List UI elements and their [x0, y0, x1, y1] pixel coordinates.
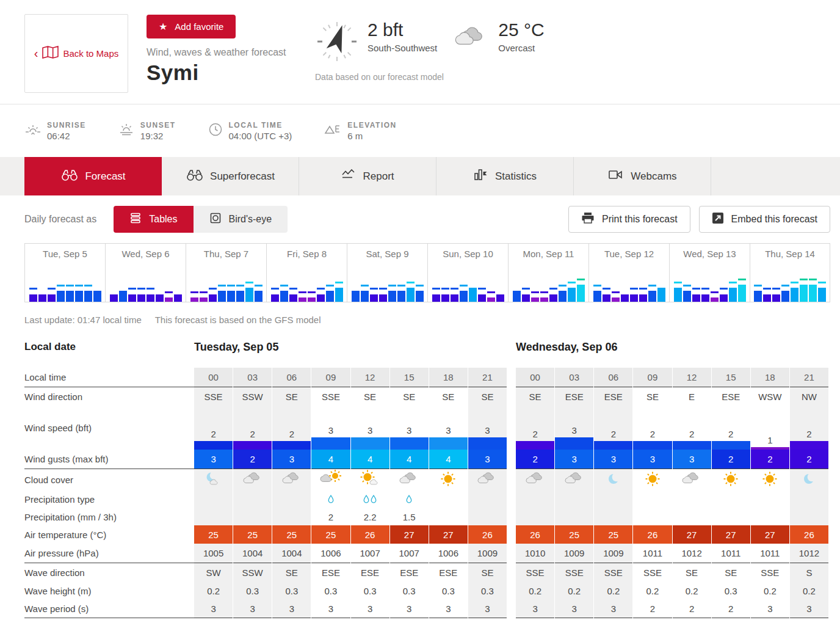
wind-bar	[513, 265, 521, 302]
cell-air-temperature: 25	[272, 525, 311, 544]
report-icon	[341, 168, 357, 184]
tab-superforecast[interactable]: Superforecast	[162, 157, 299, 195]
cell-air-pressure: 1010	[516, 544, 554, 563]
cell-wave-period: 3	[390, 600, 429, 618]
forecast-tables: Local date Local timeWind directionWind …	[24, 341, 840, 618]
add-favorite-button[interactable]: ★ Add favorite	[147, 15, 236, 38]
tab-statistics[interactable]: Statistics	[436, 157, 574, 195]
cell-wind-speed: 2	[194, 406, 233, 450]
view-toggle-group: TablesBird's-eye	[114, 206, 288, 233]
cell-cloud-cover	[233, 469, 272, 490]
wind-bar	[603, 265, 610, 302]
page-header: ‹ Back to Maps ★ Add favorite Wind, wave…	[0, 0, 840, 104]
cell-precipitation-type	[194, 490, 233, 508]
tab-report[interactable]: Report	[299, 157, 436, 195]
day-table-title: Wednesday, Sep 06	[516, 341, 828, 368]
cell-precipitation-amount	[594, 508, 632, 525]
cell-air-pressure: 1006	[429, 544, 468, 563]
spot-title: Symi	[147, 60, 286, 85]
strip-day-wed-sep-13[interactable]: Wed, Sep 13	[669, 243, 750, 302]
cell-wave-period: 3	[233, 600, 272, 618]
wind-bar	[190, 265, 198, 302]
wind-compass-icon	[315, 20, 359, 66]
wind-bar	[397, 265, 405, 302]
row-label-local-time: Local time	[24, 368, 194, 387]
cell-air-temperature: 25	[233, 525, 272, 544]
wind-bar	[280, 265, 288, 302]
page-subtitle: Wind, waves & weather forecast	[147, 47, 286, 58]
cell-wind-direction: SE	[272, 387, 311, 406]
wind-bar	[754, 265, 762, 302]
webcam-icon	[607, 169, 625, 184]
strip-day-fri-sep-8[interactable]: Fri, Sep 8	[266, 243, 347, 302]
wind-bar	[236, 265, 244, 302]
action-label: Print this forecast	[602, 214, 678, 225]
cell-wave-height: 0.3	[429, 582, 468, 600]
forecast-column-09: 09SSE342251006ESE0.33	[311, 368, 350, 618]
strip-day-tue-sep-12[interactable]: Tue, Sep 12	[588, 243, 669, 302]
wind-bar	[66, 265, 74, 302]
sunny-icon	[436, 470, 460, 490]
strip-day-mon-sep-11[interactable]: Mon, Sep 11	[508, 243, 588, 302]
cell-wind-gust: 3	[555, 450, 593, 469]
strip-day-thu-sep-14[interactable]: Thu, Sep 14	[750, 243, 830, 302]
wind-bar	[674, 265, 682, 302]
toggle-bird-s-eye[interactable]: Bird's-eye	[194, 206, 288, 233]
cell-wind-speed: 2	[790, 406, 828, 450]
back-to-maps-button[interactable]: ‹ Back to Maps	[24, 14, 128, 93]
wind-bar	[701, 265, 709, 302]
forecast-column-12: 12SE342.2261007ESE0.33	[351, 368, 389, 618]
forecast-column-21: 21NW22261012S0.23	[790, 368, 828, 618]
wind-bar	[568, 265, 576, 302]
strip-day-thu-sep-7[interactable]: Thu, Sep 7	[186, 243, 266, 302]
cell-air-pressure: 1012	[790, 544, 828, 563]
cell-wave-height: 0.2	[516, 582, 554, 600]
print-this-forecast-button[interactable]: Print this forecast	[568, 206, 690, 233]
model-note: Data based on our forecast model	[315, 72, 444, 82]
cloudy-icon	[475, 470, 499, 490]
cell-cloud-cover	[516, 469, 554, 490]
wind-bar	[657, 265, 665, 302]
cell-wind-gust: 3	[468, 450, 507, 469]
forecast-page: ‹ Back to Maps ★ Add favorite Wind, wave…	[0, 0, 840, 618]
cell-wave-direction: ESE	[429, 563, 468, 582]
local-date-label: Local date	[24, 341, 194, 368]
cell-air-pressure: 1012	[673, 544, 711, 563]
tab-forecast[interactable]: Forecast	[24, 157, 162, 195]
cell-wind-speed: 3	[390, 406, 429, 450]
cell-wave-height: 0.3	[390, 582, 429, 600]
cell-wave-height: 0.2	[555, 582, 593, 600]
wind-bar	[147, 265, 154, 302]
cell-wave-height: 0.3	[311, 582, 350, 600]
cell-wave-period: 3	[351, 600, 389, 618]
cell-air-pressure: 1006	[311, 544, 350, 563]
cell-precipitation-amount	[790, 508, 828, 525]
cell-wave-height: 0.3	[351, 582, 389, 600]
spot-infobar: SUNRISE 06:42 SUNSET 19:32 LOCAL TIME 04…	[0, 104, 840, 157]
forecast-column-18: 18WSW12271011SSE0.23	[751, 368, 789, 618]
cell-precipitation-type	[468, 490, 507, 508]
embed-this-forecast-button[interactable]: Embed this forecast	[699, 206, 830, 233]
temperature-value: 25 °C	[498, 20, 544, 40]
tab-webcams[interactable]: Webcams	[574, 157, 711, 195]
cell-cloud-cover	[594, 469, 632, 490]
wind-bar	[818, 265, 826, 302]
cell-wave-period: 2	[712, 600, 750, 618]
cell-air-pressure: 1004	[272, 544, 311, 563]
cell-local-time: 09	[311, 368, 350, 387]
cell-wind-speed: 3	[429, 406, 468, 450]
strip-day-sun-sep-10[interactable]: Sun, Sep 10	[427, 243, 508, 302]
toggle-tables[interactable]: Tables	[114, 206, 193, 233]
wind-bar	[379, 265, 387, 302]
strip-day-tue-sep-5[interactable]: Tue, Sep 5	[24, 243, 105, 302]
row-label-wave-height-m: Wave height (m)	[24, 582, 194, 600]
cell-wind-speed: 2	[633, 406, 672, 450]
cell-wind-speed: 3	[311, 406, 350, 450]
strip-day-wed-sep-6[interactable]: Wed, Sep 6	[105, 243, 186, 302]
info-item-elevation: ELEVATION 6 m	[324, 121, 396, 141]
tab-label: Report	[363, 170, 394, 183]
cell-cloud-cover	[673, 469, 711, 490]
cloudy-icon	[280, 470, 304, 490]
wind-bar	[308, 265, 316, 302]
strip-day-sat-sep-9[interactable]: Sat, Sep 9	[347, 243, 427, 302]
